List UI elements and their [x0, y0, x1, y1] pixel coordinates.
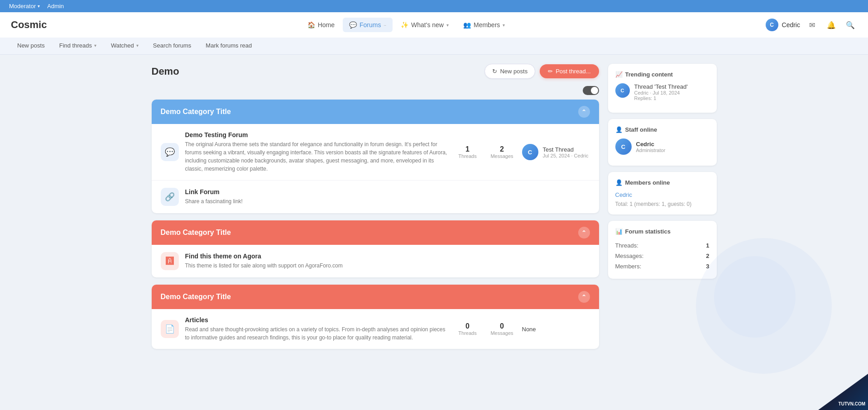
new-posts-icon: ↻: [492, 68, 497, 75]
thread-label-articles: Threads: [454, 330, 481, 336]
thread-count-testing: 1: [454, 145, 481, 153]
sub-nav-watched[interactable]: Watched ▾: [105, 38, 145, 54]
find-threads-label: Find threads: [59, 42, 92, 49]
forum-desc-articles: Read and share thought-provoking article…: [185, 325, 448, 342]
mail-icon[interactable]: ✉: [806, 18, 819, 32]
category-collapse-3[interactable]: ⌃: [578, 291, 590, 303]
avatar: C: [766, 19, 778, 31]
post-thread-button[interactable]: ✏ Post thread...: [540, 64, 599, 78]
forum-desc-testing: The original Aurora theme sets the stand…: [185, 140, 448, 173]
forum-stats-card: 📊 Forum statistics Threads: 1 Messages: …: [608, 221, 717, 279]
sub-nav-new-posts[interactable]: New posts: [11, 38, 51, 54]
nav-home[interactable]: 🏠 Home: [301, 18, 341, 32]
trend-thread-replies: Replies: 1: [634, 95, 688, 101]
new-posts-label: New posts: [17, 42, 45, 49]
toggle-wrap: [152, 86, 599, 95]
stat-row-threads: Threads: 1: [615, 240, 710, 251]
new-posts-button[interactable]: ↻ New posts: [484, 64, 535, 79]
category-collapse-1[interactable]: ⌃: [578, 106, 590, 118]
page-title-row: Demo ↻ New posts ✏ Post thread...: [152, 64, 599, 79]
staff-member-cedric: C Cedric Administrator: [615, 138, 710, 155]
trend-avatar: C: [615, 83, 630, 98]
trend-thread-meta: Cedric · Jul 18, 2024: [634, 90, 688, 95]
category-title-1: Demo Category Title: [161, 108, 231, 116]
forum-icon-link: 🔗: [161, 188, 179, 206]
watched-label: Watched: [111, 42, 134, 49]
trending-icon: 📈: [615, 71, 623, 78]
message-label-testing: Messages: [489, 153, 516, 159]
nav-whats-new[interactable]: ✨ What's new ▾: [394, 18, 455, 32]
forum-name-articles[interactable]: Articles: [185, 316, 448, 324]
stat-threads-label: Threads:: [615, 242, 638, 249]
members-icon: 👥: [463, 21, 471, 29]
category-title-2: Demo Category Title: [161, 229, 231, 237]
trend-info: Thread 'Test Thread' Cedric · Jul 18, 20…: [634, 83, 688, 101]
nav-members[interactable]: 👥 Members ▾: [457, 18, 511, 32]
latest-thread-name-articles: None: [522, 326, 536, 333]
stat-threads-testing: 1 Threads: [454, 145, 481, 159]
nav-whats-new-label: What's new: [411, 21, 444, 29]
staff-name-cedric[interactable]: Cedric: [636, 141, 666, 148]
sub-nav-find-threads[interactable]: Find threads ▾: [53, 38, 103, 54]
view-toggle[interactable]: [583, 86, 599, 95]
forum-info-agora: Find this theme on Agora This theme is l…: [185, 253, 590, 270]
header: Cosmic 🏠 Home 💬 Forums .. ✨ What's new ▾…: [0, 12, 868, 38]
forum-info-testing: Demo Testing Forum The original Aurora t…: [185, 131, 448, 173]
forum-row-testing: 💬 Demo Testing Forum The original Aurora…: [152, 124, 599, 181]
moderator-menu[interactable]: Moderator ▾: [9, 3, 40, 10]
forum-stats-testing: 1 Threads 2 Messages: [454, 145, 516, 159]
stat-messages-value: 2: [706, 253, 709, 259]
stat-row-messages: Messages: 2: [615, 251, 710, 261]
staff-online-title: 👤 Staff online: [615, 126, 710, 133]
latest-info-articles: None: [522, 326, 536, 333]
bell-icon[interactable]: 🔔: [825, 18, 838, 32]
forum-info-articles: Articles Read and share thought-provokin…: [185, 316, 448, 342]
thread-label-testing: Threads: [454, 153, 481, 159]
latest-info-testing: Test Thread Jul 25, 2024 · Cedric: [543, 146, 589, 158]
nav-members-label: Members: [474, 21, 500, 29]
find-threads-chevron: ▾: [94, 43, 96, 48]
trending-card: 📈 Trending content C Thread 'Test Thread…: [608, 64, 717, 113]
new-posts-btn-label: New posts: [500, 68, 528, 75]
forums-dots: ..: [384, 22, 386, 27]
admin-link[interactable]: Admin: [47, 3, 64, 10]
stat-row-members: Members: 3: [615, 261, 710, 272]
avatar-initial: C: [770, 22, 774, 28]
member-online-cedric[interactable]: Cedric: [615, 191, 710, 198]
members-online-title: 👤 Members online: [615, 179, 710, 186]
forum-name-link[interactable]: Link Forum: [185, 188, 590, 195]
stat-messages-articles: 0 Messages: [489, 322, 516, 336]
nav-forums[interactable]: 💬 Forums ..: [343, 18, 393, 32]
forum-name-agora[interactable]: Find this theme on Agora: [185, 253, 590, 260]
latest-thread-meta-testing: Jul 25, 2024 · Cedric: [543, 153, 589, 158]
staff-avatar-cedric: C: [615, 138, 632, 155]
username-label: Cedric: [782, 21, 800, 29]
forum-name-testing[interactable]: Demo Testing Forum: [185, 131, 448, 138]
forum-desc-link: Share a fascinating link!: [185, 197, 590, 205]
category-collapse-2[interactable]: ⌃: [578, 227, 590, 238]
trending-label: Trending content: [625, 71, 673, 78]
admin-bar: Moderator ▾ Admin: [0, 0, 868, 12]
site-logo[interactable]: Cosmic: [11, 19, 47, 31]
forum-row-agora: 🅰 Find this theme on Agora This theme is…: [152, 245, 599, 277]
stat-threads-value: 1: [706, 242, 709, 249]
category-block-2: Demo Category Title ⌃ 🅰 Find this theme …: [152, 220, 599, 277]
forum-info-link: Link Forum Share a fascinating link!: [185, 188, 590, 205]
staff-online-card: 👤 Staff online C Cedric Administrator: [608, 119, 717, 166]
main-nav: 🏠 Home 💬 Forums .. ✨ What's new ▾ 👥 Memb…: [301, 18, 512, 32]
search-icon[interactable]: 🔍: [844, 18, 857, 32]
members-online-card: 👤 Members online Cedric Total: 1 (member…: [608, 172, 717, 215]
forum-stats-title: 📊 Forum statistics: [615, 228, 710, 235]
members-online-icon: 👤: [615, 179, 623, 186]
moderator-label: Moderator: [9, 3, 36, 10]
stat-members-value: 3: [706, 263, 709, 270]
trend-thread-title[interactable]: Thread 'Test Thread': [634, 83, 688, 90]
sub-nav-search-forums[interactable]: Search forums: [147, 38, 198, 54]
nav-forums-label: Forums: [360, 21, 381, 29]
sub-nav-mark-read[interactable]: Mark forums read: [199, 38, 258, 54]
header-actions: C Cedric ✉ 🔔 🔍: [766, 18, 857, 32]
latest-thread-name-testing[interactable]: Test Thread: [543, 146, 589, 153]
user-chip[interactable]: C Cedric: [766, 19, 800, 31]
category-header-2: Demo Category Title ⌃: [152, 220, 599, 245]
forum-row-link: 🔗 Link Forum Share a fascinating link!: [152, 181, 599, 213]
